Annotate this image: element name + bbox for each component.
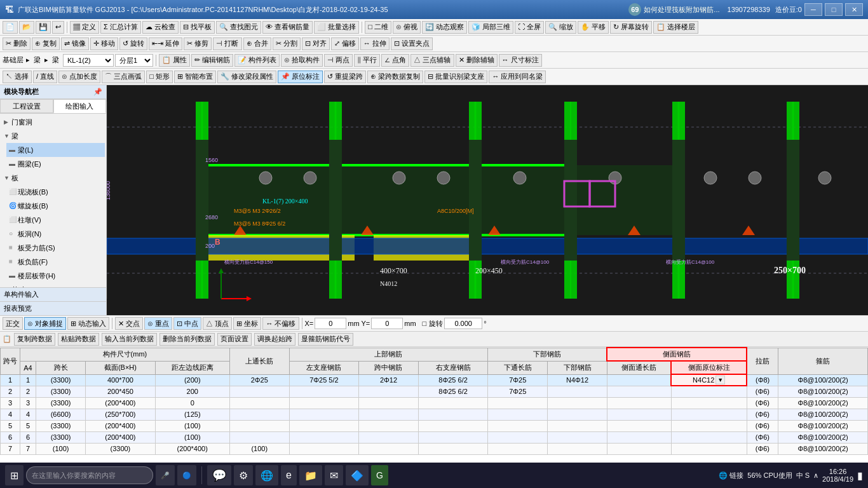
tb-del-axis[interactable]: ✕ 删除辅轴 bbox=[456, 54, 498, 67]
tb-break[interactable]: ⊣ 打断 bbox=[213, 37, 241, 50]
sidebar-footer-report[interactable]: 报表预览 bbox=[0, 301, 106, 315]
minimize-button[interactable]: ─ bbox=[804, 3, 822, 16]
td-right-seat[interactable] bbox=[418, 409, 487, 420]
tb-mirror[interactable]: ⇌ 镜像 bbox=[61, 37, 89, 50]
tb-open[interactable]: 📂 bbox=[19, 21, 34, 34]
td-left-dist[interactable]: 0 bbox=[155, 397, 229, 409]
taskbar-folder[interactable]: 📁 bbox=[299, 465, 322, 485]
td-side-inplace[interactable] bbox=[671, 420, 747, 431]
td-side-inplace[interactable] bbox=[671, 386, 747, 397]
tab-drawing-input[interactable]: 绘图输入 bbox=[53, 99, 107, 113]
td-span-len[interactable]: (3300) bbox=[36, 431, 86, 443]
tb-delete[interactable]: ✂ 删除 bbox=[3, 37, 31, 50]
taskbar-app1[interactable]: 🔷 bbox=[346, 465, 369, 485]
td-top-through[interactable]: 2Φ25 bbox=[229, 374, 289, 386]
tree-item-foundation[interactable]: ▼ 基础 bbox=[1, 283, 105, 287]
tree-item-neg-rebar[interactable]: ≡板负筋(F) bbox=[6, 255, 105, 269]
tray-expand[interactable]: ∧ bbox=[813, 471, 818, 480]
td-side-inplace[interactable] bbox=[671, 409, 747, 420]
tb-rotate-op[interactable]: ↺ 旋转 bbox=[119, 37, 147, 50]
tb-save[interactable]: 💾 bbox=[36, 21, 51, 34]
td-left-seat[interactable] bbox=[289, 386, 358, 397]
tb-new[interactable]: 📄 bbox=[3, 21, 18, 34]
taskbar-cortana[interactable]: 🔵 bbox=[177, 465, 196, 485]
tb-endpoint[interactable]: ⊙ 重点 bbox=[144, 317, 172, 330]
tree-item-cast-slab[interactable]: ⬜现浇板(B) bbox=[6, 185, 105, 199]
rotate-input[interactable] bbox=[444, 318, 482, 329]
x-input[interactable] bbox=[315, 318, 346, 329]
td-bot-through[interactable]: 7Φ25 bbox=[488, 386, 548, 397]
level-select[interactable]: 分层1 bbox=[115, 54, 153, 67]
td-section[interactable]: (200*400) bbox=[86, 420, 155, 431]
td-a4[interactable]: 2 bbox=[20, 386, 36, 397]
td-side-through[interactable] bbox=[607, 397, 671, 409]
tb-select-floor[interactable]: 📋 选择楼层 bbox=[653, 21, 698, 34]
td-right-seat[interactable]: 8Φ25 6/2 bbox=[418, 374, 487, 386]
tb-view-rebar[interactable]: 👁 查看钢筋量 bbox=[262, 21, 313, 34]
tb-dynamic[interactable]: 🔄 动态观察 bbox=[422, 21, 467, 34]
tb-dynamic-input[interactable]: ⊞ 动态输入 bbox=[67, 317, 109, 330]
tb-merge[interactable]: ⊕ 合并 bbox=[243, 37, 271, 50]
taskbar-ie[interactable]: e bbox=[281, 465, 297, 485]
td-right-seat[interactable] bbox=[418, 431, 487, 443]
td-top-through[interactable]: (100) bbox=[229, 443, 289, 454]
taskbar-settings[interactable]: ⚙ bbox=[234, 465, 253, 485]
tree-item-beam[interactable]: ▼ 梁 bbox=[1, 129, 105, 143]
td-side-through[interactable] bbox=[607, 374, 671, 386]
btn-swap-span[interactable]: 调换起始跨 bbox=[254, 333, 295, 346]
td-bot-through[interactable]: 7Φ25 bbox=[488, 374, 548, 386]
btn-copy-span-data[interactable]: 复制跨数据 bbox=[14, 333, 55, 346]
taskbar-edge[interactable]: 🌐 bbox=[255, 465, 278, 485]
restore-button[interactable]: □ bbox=[825, 3, 843, 16]
btn-page-setting[interactable]: 页面设置 bbox=[217, 333, 252, 346]
td-tie[interactable]: (Φ6) bbox=[747, 409, 778, 420]
tb-zoom[interactable]: 🔍 缩放 bbox=[545, 21, 576, 34]
td-a4[interactable]: 3 bbox=[20, 397, 36, 409]
td-side-through[interactable] bbox=[607, 431, 671, 443]
td-bot-steel[interactable] bbox=[548, 386, 607, 397]
td-span-len[interactable]: (3300) bbox=[36, 420, 86, 431]
tb-flat-board[interactable]: ⊟ 找平板 bbox=[180, 21, 215, 34]
td-span-mid[interactable] bbox=[359, 386, 419, 397]
taskbar-mail[interactable]: ✉ bbox=[325, 465, 343, 485]
tb-no-offset[interactable]: ↔ 不偏移 bbox=[262, 317, 299, 330]
tb-modify-props[interactable]: 🔧 修改梁段属性 bbox=[217, 71, 276, 83]
td-section[interactable]: 400*700 bbox=[86, 374, 155, 386]
btn-paste-span-data[interactable]: 粘贴跨数据 bbox=[58, 333, 99, 346]
td-left-seat[interactable] bbox=[289, 443, 358, 454]
td-tie[interactable]: (Φ8) bbox=[747, 374, 778, 386]
td-span-len[interactable]: (3300) bbox=[36, 386, 86, 397]
tb-split[interactable]: ✂ 分割 bbox=[273, 37, 301, 50]
td-span-len[interactable]: (3300) bbox=[36, 374, 86, 386]
td-bot-steel[interactable] bbox=[548, 409, 607, 420]
tb-midpoint[interactable]: ⊡ 中点 bbox=[173, 317, 201, 330]
td-span[interactable]: 4 bbox=[1, 409, 20, 420]
td-a4[interactable]: 5 bbox=[20, 420, 36, 431]
tb-2d[interactable]: □ 二维 bbox=[365, 21, 391, 34]
taskbar-wechat[interactable]: 💬 bbox=[207, 465, 231, 485]
td-side-inplace[interactable] bbox=[671, 397, 747, 409]
tab-project-settings[interactable]: 工程设置 bbox=[0, 99, 53, 113]
start-button[interactable]: ⊞ bbox=[5, 465, 24, 485]
tree-item-slab-hole[interactable]: ○板洞(N) bbox=[6, 227, 105, 241]
tb-find-element[interactable]: 🔍 查找图元 bbox=[216, 21, 261, 34]
td-span-mid[interactable] bbox=[359, 420, 419, 431]
taskbar-mic[interactable]: 🎤 bbox=[156, 465, 175, 485]
td-top-through[interactable] bbox=[229, 409, 289, 420]
td-side-through[interactable] bbox=[607, 386, 671, 397]
td-side-through[interactable] bbox=[607, 409, 671, 420]
tree-item-beam-l[interactable]: ▬ 梁(L) bbox=[6, 143, 105, 157]
td-right-seat[interactable] bbox=[418, 420, 487, 431]
td-section[interactable]: (200*400) bbox=[86, 397, 155, 409]
side-inplace-dropdown[interactable]: ▼ bbox=[715, 376, 725, 384]
td-span-len[interactable]: (6600) bbox=[36, 409, 86, 420]
td-top-through[interactable] bbox=[229, 386, 289, 397]
tb-coord[interactable]: ⊞ 坐标 bbox=[233, 317, 261, 330]
td-stirrup[interactable]: Φ8@100/200(2) bbox=[778, 431, 868, 443]
btn-rebar-code[interactable]: 显箍筋钢筋代号 bbox=[298, 333, 353, 346]
td-bot-through[interactable] bbox=[488, 420, 548, 431]
tree-item-spiral-slab[interactable]: 🌀螺旋板(B) bbox=[6, 199, 105, 213]
tb-re-span[interactable]: ↺ 重提梁跨 bbox=[324, 71, 366, 83]
td-bot-through[interactable] bbox=[488, 409, 548, 420]
tree-item-column-cap[interactable]: ⬜柱墩(V) bbox=[6, 213, 105, 227]
